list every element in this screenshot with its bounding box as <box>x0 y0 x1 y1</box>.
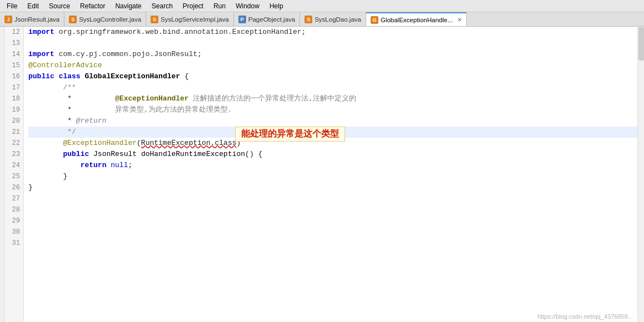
code-line-21: */ <box>28 127 637 138</box>
line-number-17: 17 <box>4 82 23 93</box>
menu-refactor[interactable]: Refactor <box>76 1 109 11</box>
line-number-20: 20 <box>4 115 23 127</box>
line-number-23: 23 <box>4 149 23 160</box>
tab-close-icon[interactable]: ✕ <box>457 17 462 23</box>
line-number-30: 30 <box>4 227 23 238</box>
editor-container: 1213141516171819202122232425262728293031… <box>0 27 644 322</box>
line-number-14: 14 <box>4 49 23 60</box>
scrollbar[interactable] <box>637 27 644 322</box>
code-line-27 <box>28 193 637 204</box>
code-line-15: @ControllerAdvice <box>28 60 637 71</box>
code-line-19: * 异常类型,为此方法的异常处理类型. <box>28 104 637 115</box>
menu-source[interactable]: Source <box>44 1 74 11</box>
code-line-29 <box>28 215 637 227</box>
code-line-20: * @return <box>28 115 637 127</box>
tab-label-jsonresult: JsonResult.java <box>14 16 59 23</box>
line-number-28: 28 <box>4 204 23 215</box>
line-numbers: 1213141516171819202122232425262728293031 <box>4 27 24 322</box>
code-line-13 <box>28 38 637 49</box>
tab-pageobject[interactable]: P PageObject.java <box>234 12 300 26</box>
menu-search[interactable]: Search <box>147 1 177 11</box>
tab-globalexceptionhandle[interactable]: G GlobalExceptionHandle... ✕ <box>366 12 467 26</box>
code-line-22: @ExceptionHandler(RuntimeException.class… <box>28 138 637 149</box>
tab-syslogserviceimpl[interactable]: S SysLogServiceImpl.java <box>146 12 234 26</box>
code-line-17: /** <box>28 82 637 93</box>
tab-syslogcontroller[interactable]: S SysLogController.java <box>64 12 146 26</box>
code-line-26: } <box>28 182 637 193</box>
line-number-19: 19 <box>4 104 23 115</box>
line-number-29: 29 <box>4 215 23 227</box>
menu-navigate[interactable]: Navigate <box>111 1 146 11</box>
tab-jsonresult[interactable]: J JsonResult.java <box>0 12 64 26</box>
line-number-13: 13 <box>4 38 23 49</box>
line-number-24: 24 <box>4 160 23 171</box>
tab-label-pageobject: PageObject.java <box>248 16 295 23</box>
line-number-12: 12 <box>4 27 23 38</box>
menu-bar: File Edit Source Refactor Navigate Searc… <box>0 0 644 12</box>
tab-icon-globalexceptionhandle: G <box>371 16 378 24</box>
tab-label-globalexceptionhandle: GlobalExceptionHandle... <box>381 17 453 23</box>
tab-icon-syslogserviceimpl: S <box>151 16 158 23</box>
line-number-26: 26 <box>4 182 23 193</box>
line-number-21: 21 <box>4 127 23 138</box>
tab-icon-pageobject: P <box>238 16 246 23</box>
code-line-16: public class GlobalExceptionHandler { <box>28 71 637 82</box>
line-number-16: 16 <box>4 71 23 82</box>
menu-project[interactable]: Project <box>178 1 208 11</box>
menu-edit[interactable]: Edit <box>23 1 43 11</box>
code-line-12: import org.springframework.web.bind.anno… <box>28 27 637 38</box>
line-number-27: 27 <box>4 193 23 204</box>
menu-window[interactable]: Window <box>231 1 264 11</box>
code-line-23: public JsonResult doHandleRuntimeExcepti… <box>28 149 637 160</box>
tab-syslogdao[interactable]: S SysLogDao.java <box>300 12 366 26</box>
code-line-31 <box>28 238 637 249</box>
scrollbar-thumb[interactable] <box>638 27 644 61</box>
tab-icon-syslogcontroller: S <box>69 16 77 23</box>
marker-column <box>0 27 4 322</box>
tab-label-syslogserviceimpl: SysLogServiceImpl.java <box>161 16 229 23</box>
code-line-28 <box>28 204 637 215</box>
code-line-14: import com.cy.pj.common.pojo.JsonResult; <box>28 49 637 60</box>
tab-icon-syslogdao: S <box>304 16 312 23</box>
code-line-25: } <box>28 171 637 182</box>
line-number-31: 31 <box>4 238 23 249</box>
line-number-15: 15 <box>4 60 23 71</box>
line-number-25: 25 <box>4 171 23 182</box>
line-number-22: 22 <box>4 138 23 149</box>
line-number-18: 18 <box>4 93 23 104</box>
code-line-24: return null; <box>28 160 637 171</box>
code-area[interactable]: import org.springframework.web.bind.anno… <box>24 27 637 322</box>
tab-icon-jsonresult: J <box>4 16 12 23</box>
tab-label-syslogdao: SysLogDao.java <box>314 16 361 23</box>
tab-bar: J JsonResult.java S SysLogController.jav… <box>0 12 644 27</box>
menu-help[interactable]: Help <box>265 1 288 11</box>
code-line-30 <box>28 227 637 238</box>
code-line-18: * @ExceptionHandler 注解描述的方法的一个异常处理方法,注解中… <box>28 93 637 104</box>
menu-run[interactable]: Run <box>209 1 230 11</box>
menu-file[interactable]: File <box>2 1 22 11</box>
tab-label-syslogcontroller: SysLogController.java <box>79 16 141 23</box>
